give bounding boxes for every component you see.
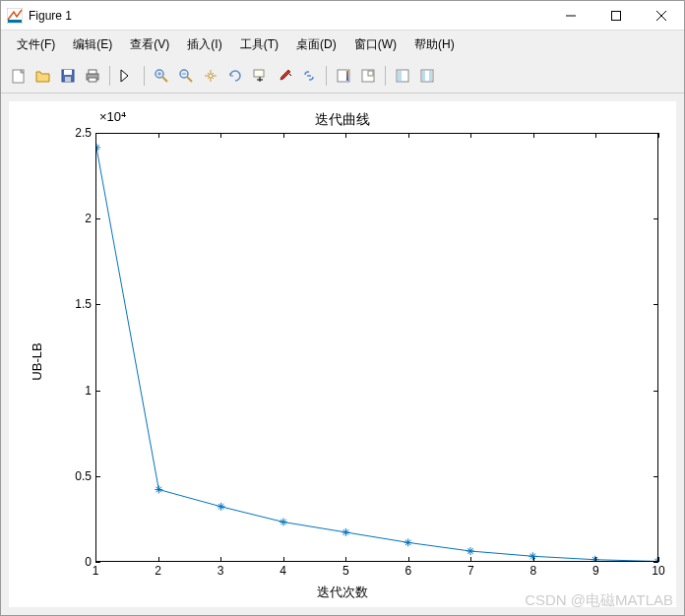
menu-window[interactable]: 窗口(W)	[346, 33, 405, 56]
toolbar-separator	[326, 66, 327, 86]
plot-box	[95, 133, 658, 562]
svg-line-18	[187, 77, 192, 82]
menu-view[interactable]: 查看(V)	[122, 33, 177, 56]
svg-line-14	[162, 77, 167, 82]
y-tick-label: 0	[32, 555, 92, 569]
zoom-out-button[interactable]	[174, 64, 198, 88]
menu-desktop[interactable]: 桌面(D)	[288, 33, 344, 56]
toolbar-separator	[109, 66, 110, 86]
svg-rect-32	[429, 71, 432, 81]
svg-rect-29	[398, 71, 402, 81]
svg-rect-25	[346, 71, 348, 81]
insert-legend-button[interactable]	[356, 64, 380, 88]
menu-help[interactable]: 帮助(H)	[406, 33, 463, 56]
x-axis-label: 迭代次数	[317, 584, 368, 601]
y-axis-label: UB-LB	[30, 342, 44, 380]
link-button[interactable]	[297, 64, 321, 88]
data-cursor-button[interactable]	[248, 64, 272, 88]
open-button[interactable]	[31, 64, 55, 88]
y-tick-label: 1.5	[32, 297, 92, 311]
x-tick-label: 3	[218, 564, 224, 578]
menu-file[interactable]: 文件(F)	[9, 33, 63, 56]
svg-rect-21	[254, 70, 264, 77]
titlebar: Figure 1	[1, 1, 684, 31]
svg-rect-27	[368, 71, 373, 76]
svg-point-20	[209, 74, 213, 78]
axes: ×10⁴ 迭代曲线 UB-LB 迭代次数 00.511.522.51234567…	[9, 101, 676, 607]
show-plot-tools-button[interactable]	[415, 64, 439, 88]
figure-area[interactable]: ×10⁴ 迭代曲线 UB-LB 迭代次数 00.511.522.51234567…	[1, 93, 684, 615]
y-tick-label: 2.5	[32, 126, 92, 140]
plot-title: 迭代曲线	[315, 111, 370, 129]
menu-edit[interactable]: 编辑(E)	[65, 33, 120, 56]
y-tick-label: 0.5	[32, 469, 92, 483]
x-tick-label: 5	[342, 564, 349, 578]
toolbar	[1, 58, 684, 93]
svg-rect-1	[8, 20, 22, 23]
brush-button[interactable]	[273, 64, 296, 88]
svg-rect-3	[612, 11, 621, 20]
toolbar-separator	[385, 66, 386, 86]
maximize-button[interactable]	[593, 1, 639, 30]
svg-rect-9	[65, 77, 71, 82]
hide-plot-tools-button[interactable]	[391, 64, 414, 88]
minimize-button[interactable]	[548, 1, 593, 30]
y-tick-label: 1	[32, 384, 92, 398]
toolbar-separator	[144, 66, 145, 86]
edit-plot-button[interactable]	[115, 64, 139, 88]
menu-tools[interactable]: 工具(T)	[232, 33, 286, 56]
pan-button[interactable]	[199, 64, 222, 88]
rotate-button[interactable]	[223, 64, 247, 88]
window-controls	[548, 1, 684, 30]
x-tick-label: 1	[93, 564, 99, 578]
menu-insert[interactable]: 插入(I)	[179, 33, 229, 56]
window-title: Figure 1	[29, 9, 548, 23]
new-figure-button[interactable]	[7, 64, 31, 88]
svg-rect-31	[422, 71, 425, 81]
x-tick-label: 9	[592, 564, 599, 578]
x-tick-label: 4	[280, 564, 286, 578]
menubar: 文件(F) 编辑(E) 查看(V) 插入(I) 工具(T) 桌面(D) 窗口(W…	[1, 31, 684, 58]
print-button[interactable]	[81, 64, 104, 88]
data-line	[96, 134, 657, 561]
x-tick-label: 8	[530, 564, 537, 578]
x-tick-label: 7	[467, 564, 474, 578]
zoom-in-button[interactable]	[150, 64, 173, 88]
close-button[interactable]	[639, 1, 684, 30]
svg-rect-12	[89, 78, 96, 82]
x-tick-label: 2	[155, 564, 161, 578]
y-tick-label: 2	[32, 212, 92, 225]
svg-rect-8	[64, 70, 72, 75]
x-tick-label: 6	[405, 564, 411, 578]
y-axis-multiplier: ×10⁴	[99, 109, 126, 124]
app-icon	[7, 8, 23, 24]
svg-rect-11	[89, 70, 96, 74]
save-button[interactable]	[56, 64, 80, 88]
x-tick-label: 10	[652, 564, 664, 578]
insert-colorbar-button[interactable]	[332, 64, 355, 88]
figure-window: Figure 1 文件(F) 编辑(E) 查看(V) 插入(I) 工具(T) 桌…	[0, 0, 685, 616]
